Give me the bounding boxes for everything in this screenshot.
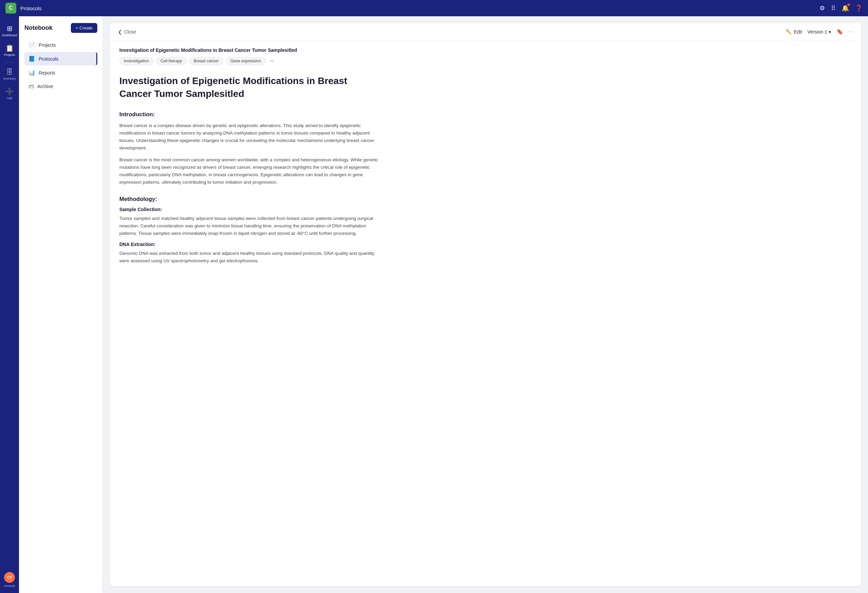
nav-items: 📄 Projects 📘 Protocols 📊 Reports 🗃 Archi… xyxy=(24,38,97,93)
edit-button[interactable]: ✏️ Edit xyxy=(786,29,802,35)
doc-title-area: Investigation of Epigenetic Modification… xyxy=(110,41,861,65)
sidebar-divider xyxy=(4,62,15,63)
nav-item-protocols[interactable]: 📘 Protocols xyxy=(24,52,97,65)
nav-item-projects[interactable]: 📄 Projects xyxy=(24,38,97,52)
more-options-icon[interactable]: ··· xyxy=(849,29,853,35)
chevron-down-icon: ▾ xyxy=(829,29,831,35)
add-icon: ➕ xyxy=(6,87,14,96)
sidebar-item-inventory[interactable]: 🗄 Inventory xyxy=(1,65,18,83)
doc-header: ❮ Close ✏️ Edit Version 1 ▾ 🔖 ··· xyxy=(110,23,861,41)
sidebar-item-label-dashboard: Dashboard xyxy=(2,34,17,37)
doc-header-left: ❮ Close xyxy=(118,29,136,35)
main-content: ❮ Close ✏️ Edit Version 1 ▾ 🔖 ··· Invest… xyxy=(103,16,868,593)
nav-item-label-reports: Reports xyxy=(38,70,55,75)
tag-breast-cancer[interactable]: Breast cancer xyxy=(189,57,223,65)
section-introduction: Introduction: Breast cancer is a complex… xyxy=(120,111,378,186)
nav-item-label-protocols: Protocols xyxy=(38,56,58,62)
sample-collection-text: Tumor samples and matched healthy adjace… xyxy=(120,215,378,238)
tags-container: Invenstigation Cell therapy Breast cance… xyxy=(120,57,852,65)
protocols-nav-icon: 📘 xyxy=(28,56,35,62)
subsection-heading-sample-collection: Sample Collection: xyxy=(120,207,378,212)
version-label: Version 1 xyxy=(807,29,827,35)
bookmark-icon[interactable]: 🔖 xyxy=(837,28,843,35)
chevron-left-icon: ❮ xyxy=(118,29,122,35)
app-title: Protocols xyxy=(20,6,815,11)
grid-icon[interactable]: ⠿ xyxy=(831,4,836,12)
document-card: ❮ Close ✏️ Edit Version 1 ▾ 🔖 ··· Invest… xyxy=(110,23,861,586)
close-button[interactable]: ❮ Close xyxy=(118,29,136,35)
topbar: C Protocols ⚙ ⠿ 🔔 ❓ xyxy=(0,0,868,16)
projects-icon: 📋 xyxy=(6,44,14,52)
notebook-header: Notebook + Create xyxy=(24,23,97,33)
nav-item-label-projects: Projects xyxy=(38,43,56,48)
sidebar-item-dashboard[interactable]: ⊞ Dashboard xyxy=(1,22,18,40)
notebook-title: Notebook xyxy=(24,24,53,31)
account-avatar[interactable]: CT xyxy=(4,572,15,583)
tag-gene-expression[interactable]: Gene expression xyxy=(226,57,266,65)
nav-item-reports[interactable]: 📊 Reports xyxy=(24,66,97,79)
close-label: Close xyxy=(124,29,136,35)
create-button[interactable]: + Create xyxy=(71,23,97,33)
app-logo: C xyxy=(6,3,16,13)
nav-item-label-archive: Archive xyxy=(37,84,53,89)
topbar-icons: ⚙ ⠿ 🔔 ❓ xyxy=(819,4,862,12)
intro-paragraph-1: Breast cancer is a complex disease drive… xyxy=(120,122,378,152)
settings-icon[interactable]: ⚙ xyxy=(819,4,825,12)
section-heading-introduction: Introduction: xyxy=(120,111,378,118)
subsection-dna-extraction: DNA Extraction: Genomic DNA was extracte… xyxy=(120,241,378,265)
doc-subtitle: Investigation of Epigenetic Modification… xyxy=(120,47,852,53)
sidebar-item-projects[interactable]: 📋 Projects xyxy=(1,41,18,60)
archive-nav-icon: 🗃 xyxy=(28,83,34,90)
help-icon[interactable]: ❓ xyxy=(855,4,862,12)
edit-label: Edit xyxy=(794,29,802,35)
subsection-heading-dna-extraction: DNA Extraction: xyxy=(120,241,378,247)
tag-cell-therapy[interactable]: Cell therapy xyxy=(156,57,186,65)
tag-edit-icon[interactable]: ✏ xyxy=(268,57,276,65)
account-label: Account xyxy=(4,584,15,587)
version-selector[interactable]: Version 1 ▾ xyxy=(807,29,831,35)
projects-nav-icon: 📄 xyxy=(28,42,35,48)
doc-main-title: Investigation of Epigenetic Modification… xyxy=(120,75,378,100)
doc-scroll-area: Investigation of Epigenetic Modification… xyxy=(110,68,388,288)
notification-dot xyxy=(847,3,850,6)
sidebar-item-add[interactable]: ➕ Add xyxy=(1,85,18,103)
section-heading-methodology: Methodology: xyxy=(120,196,378,203)
subsection-sample-collection: Sample Collection: Tumor samples and mat… xyxy=(120,207,378,238)
dashboard-icon: ⊞ xyxy=(7,24,13,32)
dna-extraction-text: Genomic DNA was extracted from both tumo… xyxy=(120,250,378,265)
sidebar-item-label-inventory: Inventory xyxy=(3,77,16,81)
pencil-icon: ✏️ xyxy=(786,29,792,35)
notebook-panel: Notebook + Create 📄 Projects 📘 Protocols… xyxy=(19,16,103,593)
reports-nav-icon: 📊 xyxy=(28,69,35,76)
section-methodology: Methodology: Sample Collection: Tumor sa… xyxy=(120,196,378,265)
sidebar-item-label-projects: Projects xyxy=(4,53,15,57)
sidebar: ⊞ Dashboard 📋 Projects 🗄 Inventory ➕ Add… xyxy=(0,16,19,593)
intro-paragraph-2: Breast cancer is the most common cancer … xyxy=(120,156,378,186)
nav-item-archive[interactable]: 🗃 Archive xyxy=(24,80,97,93)
notification-icon[interactable]: 🔔 xyxy=(841,4,849,12)
doc-header-right: ✏️ Edit Version 1 ▾ 🔖 ··· xyxy=(786,28,853,35)
inventory-icon: 🗄 xyxy=(6,68,13,76)
tag-investigation[interactable]: Invenstigation xyxy=(120,57,153,65)
sidebar-item-label-add: Add xyxy=(7,97,12,100)
